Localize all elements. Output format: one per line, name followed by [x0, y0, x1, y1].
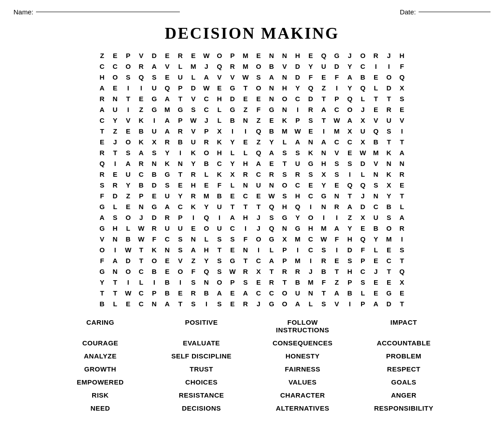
grid-cell: A — [135, 147, 148, 158]
grid-cell: T — [109, 147, 122, 158]
grid-cell: T — [174, 169, 187, 179]
grid-cell: W — [330, 115, 343, 125]
grid-cell: T — [109, 287, 122, 298]
grid-cell: S — [383, 125, 396, 136]
grid-cell: I — [122, 104, 135, 115]
word-item: SELF DISCIPLINE — [151, 351, 252, 361]
grid-cell: J — [252, 212, 265, 223]
grid-row: FDZPEUYRMBECEWSHCGNTJNYT — [96, 190, 409, 201]
grid-cell: B — [122, 233, 135, 244]
grid-cell: E — [174, 179, 187, 190]
grid-cell: Z — [135, 104, 148, 115]
grid-cell: T — [135, 244, 148, 255]
grid-cell: B — [357, 72, 370, 82]
grid-cell: N — [148, 158, 161, 169]
grid-cell: E — [226, 244, 239, 255]
grid-cell: A — [226, 212, 239, 223]
grid-cell: P — [330, 93, 343, 104]
grid-cell: Q — [343, 93, 357, 104]
grid-cell: I — [122, 277, 135, 287]
grid-cell: R — [239, 169, 252, 179]
grid-cell: D — [148, 50, 161, 61]
grid-cell: E — [174, 287, 187, 298]
grid-cell: J — [370, 266, 383, 277]
grid-cell: V — [174, 255, 187, 266]
grid-cell: Q — [252, 125, 265, 136]
grid-cell: H — [213, 93, 226, 104]
grid-cell: T — [396, 136, 409, 147]
grid-cell: K — [383, 169, 396, 179]
grid-cell: K — [304, 147, 317, 158]
grid-cell: A — [396, 147, 409, 158]
grid-cell: W — [200, 50, 213, 61]
grid-cell: G — [148, 93, 161, 104]
grid-cell: X — [396, 82, 409, 93]
grid-cell: L — [396, 201, 409, 212]
grid-cell: G — [317, 190, 330, 201]
grid-cell: I — [174, 277, 187, 287]
grid-cell: Y — [383, 190, 396, 201]
grid-cell: U — [148, 82, 161, 93]
grid-cell: E — [109, 169, 122, 179]
grid-cell: R — [96, 147, 109, 158]
word-item: IMPACT — [353, 317, 455, 335]
grid-cell: A — [343, 201, 357, 212]
grid-cell: W — [135, 233, 148, 244]
grid-cell: P — [226, 50, 239, 61]
grid-cell: J — [200, 115, 213, 125]
grid-cell: K — [278, 115, 291, 125]
grid-cell: C — [291, 93, 304, 104]
grid-cell: T — [383, 136, 396, 147]
grid-cell: X — [252, 266, 265, 277]
grid-cell: E — [252, 190, 265, 201]
grid-cell: N — [278, 50, 291, 61]
grid-cell: X — [357, 136, 370, 147]
grid-cell: F — [357, 244, 370, 255]
grid-cell: T — [317, 287, 330, 298]
grid-cell: N — [239, 244, 252, 255]
grid-cell: O — [96, 244, 109, 255]
grid-cell: Q — [396, 72, 409, 82]
grid-cell: S — [148, 72, 161, 82]
grid-cell: B — [161, 277, 174, 287]
word-item: RESPECT — [353, 364, 455, 374]
grid-cell: E — [122, 125, 135, 136]
grid-cell: B — [96, 298, 109, 309]
grid-cell: B — [226, 115, 239, 125]
grid-cell: U — [109, 104, 122, 115]
grid-cell: M — [304, 277, 317, 287]
grid-row: BLECNATSISERJGOALSVIPADT — [96, 298, 409, 309]
grid-cell: G — [265, 298, 278, 309]
grid-cell: M — [317, 223, 330, 233]
grid-cell: O — [278, 93, 291, 104]
grid-cell: T — [343, 190, 357, 201]
grid-cell: A — [317, 104, 330, 115]
grid-cell: S — [252, 72, 265, 82]
grid-cell: V — [187, 93, 200, 104]
grid-cell: V — [226, 72, 239, 82]
grid-cell: M — [278, 125, 291, 136]
grid-cell: R — [291, 266, 304, 277]
grid-cell: B — [213, 190, 226, 201]
grid-cell: T — [278, 277, 291, 287]
grid-cell: D — [330, 61, 343, 72]
grid-cell: S — [187, 104, 200, 115]
grid-cell: C — [174, 201, 187, 212]
grid-cell: U — [122, 169, 135, 179]
grid-cell: S — [278, 169, 291, 179]
grid-cell: C — [135, 298, 148, 309]
grid-cell: B — [200, 158, 213, 169]
grid-cell: S — [396, 244, 409, 255]
grid-cell: Y — [304, 61, 317, 72]
grid-cell: P — [343, 277, 357, 287]
grid-cell: S — [109, 212, 122, 223]
grid-cell: I — [239, 223, 252, 233]
word-item: PROBLEM — [353, 351, 455, 361]
grid-cell: Q — [135, 72, 148, 82]
grid-cell: F — [148, 233, 161, 244]
grid-cell: J — [252, 223, 265, 233]
word-item: FOLLOW INSTRUCTIONS — [252, 317, 353, 335]
grid-cell: G — [304, 158, 317, 169]
grid-cell: C — [96, 115, 109, 125]
grid-cell: P — [122, 50, 135, 61]
